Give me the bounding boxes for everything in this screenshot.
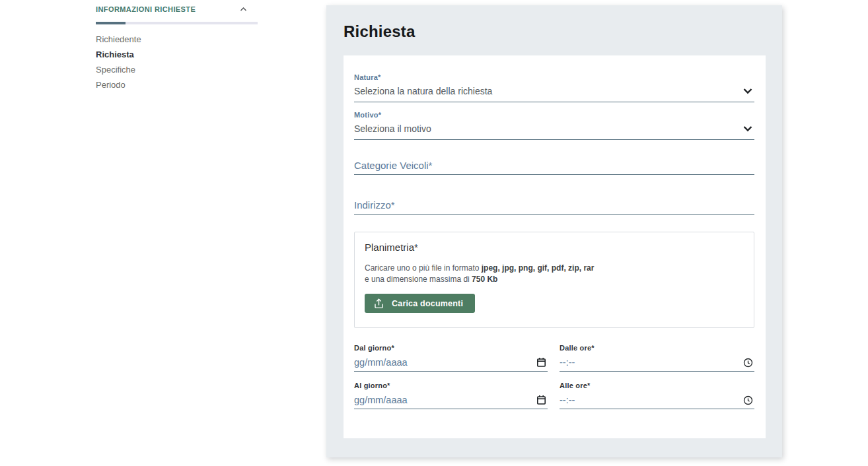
chevron-down-icon <box>743 88 752 94</box>
dalle-ore-placeholder: --:-- <box>560 357 575 368</box>
dalle-ore-label: Dalle ore* <box>560 344 754 352</box>
chevron-down-icon <box>743 125 752 132</box>
page-title: Richiesta <box>344 22 782 41</box>
wizard-sidebar: INFORMAZIONI RICHIESTE Richiedente Richi… <box>96 5 258 96</box>
progress-bar <box>96 22 258 24</box>
hint-size-value: 750 Kb <box>472 275 497 284</box>
dalle-ore-time-input[interactable]: --:-- <box>560 357 754 372</box>
categorie-veicoli-label: Categorie Veicoli* <box>354 160 432 171</box>
period-fields: Dal giorno* gg/mm/aaaa Dalle ore* <box>354 344 754 409</box>
natura-select-value: Seleziona la natura della richiesta <box>354 86 492 96</box>
dal-giorno-placeholder: gg/mm/aaaa <box>354 357 408 368</box>
planimetria-label: Planimetria* <box>365 242 744 253</box>
field-alle-ore: Alle ore* --:-- <box>560 382 754 409</box>
sidebar-item-specifiche[interactable]: Specifiche <box>96 65 258 74</box>
carica-documenti-label: Carica documenti <box>392 299 463 308</box>
sidebar-item-richiesta[interactable]: Richiesta <box>96 50 258 59</box>
hint-formats-prefix: Caricare uno o più file in formato <box>365 263 482 273</box>
hint-size-prefix: e una dimensione massima di <box>365 275 472 284</box>
natura-label: Natura* <box>354 73 754 81</box>
sidebar-header: INFORMAZIONI RICHIESTE <box>96 5 258 13</box>
categorie-veicoli-input[interactable]: Categorie Veicoli* <box>354 160 754 175</box>
clock-icon[interactable] <box>743 395 753 405</box>
alle-ore-placeholder: --:-- <box>560 395 575 405</box>
form-card: Natura* Seleziona la natura della richie… <box>344 55 766 438</box>
main-panel: Richiesta Natura* Seleziona la natura de… <box>326 5 782 457</box>
motivo-select[interactable]: Seleziona il motivo <box>354 123 754 140</box>
field-dalle-ore: Dalle ore* --:-- <box>560 344 754 372</box>
indirizzo-input[interactable]: Indirizzo* <box>354 199 754 215</box>
natura-select[interactable]: Seleziona la natura della richiesta <box>354 86 754 102</box>
carica-documenti-button[interactable]: Carica documenti <box>365 294 475 313</box>
sidebar-item-periodo[interactable]: Periodo <box>96 81 258 89</box>
alle-ore-label: Alle ore* <box>560 382 754 389</box>
sidebar-title: INFORMAZIONI RICHIESTE <box>96 5 196 13</box>
dal-giorno-label: Dal giorno* <box>354 344 548 352</box>
hint-formats-list: jpeg, jpg, png, gif, pdf, zip, rar <box>482 263 595 273</box>
al-giorno-date-input[interactable]: gg/mm/aaaa <box>354 395 548 409</box>
planimetria-hint: Caricare uno o più file in formato jpeg,… <box>365 263 744 285</box>
field-al-giorno: Al giorno* gg/mm/aaaa <box>354 382 548 409</box>
indirizzo-label: Indirizzo* <box>354 199 395 211</box>
calendar-icon[interactable] <box>536 395 546 405</box>
al-giorno-label: Al giorno* <box>354 382 548 389</box>
calendar-icon[interactable] <box>536 357 546 368</box>
alle-ore-time-input[interactable]: --:-- <box>560 395 754 409</box>
upload-icon <box>374 298 384 309</box>
dal-giorno-date-input[interactable]: gg/mm/aaaa <box>354 357 548 372</box>
motivo-select-value: Seleziona il motivo <box>354 123 431 134</box>
motivo-label: Motivo* <box>354 111 754 119</box>
al-giorno-placeholder: gg/mm/aaaa <box>354 395 408 405</box>
clock-icon[interactable] <box>743 358 753 368</box>
field-dal-giorno: Dal giorno* gg/mm/aaaa <box>354 344 548 372</box>
sidebar-nav: Richiedente Richiesta Specifiche Periodo <box>96 35 258 89</box>
chevron-up-icon[interactable] <box>240 7 247 12</box>
sidebar-item-richiedente[interactable]: Richiedente <box>96 35 258 44</box>
progress-bar-fill <box>96 22 126 24</box>
field-natura: Natura* Seleziona la natura della richie… <box>354 73 754 102</box>
planimetria-upload-box: Planimetria* Caricare uno o più file in … <box>354 232 754 328</box>
field-motivo: Motivo* Seleziona il motivo <box>354 111 754 140</box>
